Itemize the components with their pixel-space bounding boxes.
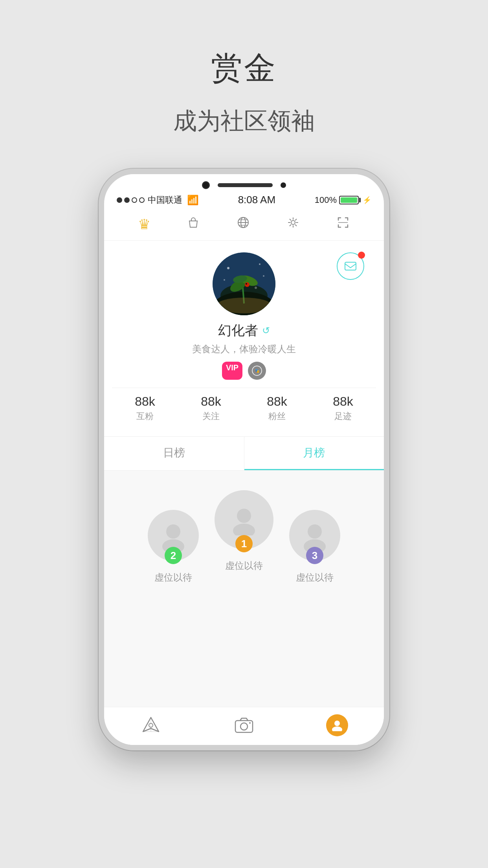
signal-dot-2 (124, 197, 130, 203)
nav-crown-icon[interactable]: ♛ (138, 216, 150, 233)
stat-fans-value: 88k (267, 394, 287, 409)
battery-fill (341, 197, 357, 203)
podium-name-3: 虚位以待 (296, 571, 334, 584)
profile-tab-icon-container (325, 714, 349, 737)
tab-monthly[interactable]: 月榜 (244, 437, 384, 470)
stat-following-label: 关注 (202, 410, 220, 422)
background-subtitle: 成为社区领袖 (173, 105, 315, 137)
phone-top (104, 174, 384, 191)
bottom-tab-explore[interactable] (104, 714, 197, 737)
stat-following-value: 88k (201, 394, 221, 409)
signal-dot-1 (117, 197, 122, 203)
podium-item-3: 3 虚位以待 (289, 510, 340, 584)
username-row: 幻化者 ↺ (218, 322, 270, 340)
status-bar: 中国联通 📶 8:08 AM 100% ⚡ (104, 191, 384, 208)
message-badge (358, 252, 365, 259)
wifi-icon: 📶 (187, 195, 199, 206)
avatar (213, 252, 275, 315)
nav-icons: ♛ (104, 208, 384, 241)
nav-bag-icon[interactable] (186, 215, 200, 233)
svg-point-21 (255, 287, 257, 289)
background-title: 赏金 (211, 47, 277, 90)
bottom-tab-camera[interactable] (197, 714, 290, 737)
svg-point-27 (237, 509, 251, 523)
stat-footprint-value: 88k (333, 394, 353, 409)
nav-scan-icon[interactable] (336, 215, 350, 233)
svg-point-22 (216, 298, 272, 313)
stat-mutual-label: 互粉 (136, 410, 154, 422)
bio: 美食达人，体验冷暖人生 (192, 343, 296, 355)
stat-mutual-value: 88k (135, 394, 155, 409)
svg-text:🎭: 🎭 (255, 368, 260, 373)
signal-dot-4 (139, 197, 145, 203)
phone-dot (281, 182, 286, 188)
podium-avatar-3: 3 (289, 510, 340, 561)
svg-point-20 (224, 279, 225, 281)
vip-badge: VIP (222, 362, 242, 380)
level-badge: 🎭 (248, 362, 266, 380)
podium-avatar-1: 1 (215, 490, 273, 549)
bottom-bar (104, 707, 384, 745)
svg-point-39 (332, 726, 342, 731)
bottom-tab-profile[interactable] (291, 714, 384, 737)
podium-name-2: 虚位以待 (154, 571, 192, 584)
profile-tab-icon (326, 714, 348, 736)
app-content: ♛ (104, 208, 384, 745)
camera-icon (232, 714, 256, 737)
svg-point-5 (291, 221, 295, 224)
svg-point-29 (308, 524, 322, 539)
message-button[interactable] (337, 252, 364, 280)
carrier-text: 中国联通 (148, 194, 182, 206)
signal-dot-3 (132, 197, 137, 203)
rank-badge-2: 2 (165, 547, 182, 564)
svg-point-19 (263, 275, 264, 277)
stat-fans-label: 粉丝 (268, 410, 286, 422)
leaderboard: 2 虚位以待 1 虚位以待 (104, 471, 384, 707)
podium: 2 虚位以待 1 虚位以待 (112, 490, 376, 584)
podium-name-1: 虚位以待 (225, 559, 263, 572)
svg-rect-7 (345, 262, 356, 270)
svg-point-17 (227, 267, 229, 269)
podium-item-1: 1 虚位以待 (215, 490, 273, 572)
svg-point-25 (166, 524, 180, 539)
battery-text: 100% (315, 195, 337, 205)
svg-point-38 (334, 721, 340, 726)
explore-icon (139, 714, 163, 737)
phone-shell: 中国联通 📶 8:08 AM 100% ⚡ ♛ (99, 169, 389, 750)
profile-section: 幻化者 ↺ 美食达人，体验冷暖人生 VIP 🎭 88k 互粉 (104, 241, 384, 436)
stat-following[interactable]: 88k 关注 (201, 394, 221, 422)
nav-globe-icon[interactable] (236, 215, 250, 233)
stat-footprint[interactable]: 88k 足迹 (333, 394, 353, 422)
tabs-row: 日榜 月榜 (104, 436, 384, 471)
username: 幻化者 (218, 322, 258, 340)
svg-point-36 (240, 723, 248, 730)
nav-gear-icon[interactable] (286, 215, 300, 233)
status-time: 8:08 AM (238, 194, 275, 206)
svg-point-28 (233, 524, 255, 535)
tab-daily[interactable]: 日榜 (104, 437, 244, 470)
rank-badge-3: 3 (306, 547, 323, 564)
battery-bar (339, 196, 359, 204)
podium-avatar-2: 2 (148, 510, 199, 561)
svg-point-16 (246, 283, 247, 285)
phone-camera-dot (202, 181, 210, 189)
svg-point-37 (249, 722, 251, 724)
phone-speaker (218, 183, 273, 187)
svg-point-18 (259, 263, 261, 265)
svg-point-15 (245, 282, 250, 287)
stat-mutual[interactable]: 88k 互粉 (135, 394, 155, 422)
edit-icon[interactable]: ↺ (262, 325, 270, 336)
podium-item-2: 2 虚位以待 (148, 510, 199, 584)
stats-row: 88k 互粉 88k 关注 88k 粉丝 88k 足迹 (112, 388, 376, 428)
battery-bolt-icon: ⚡ (363, 196, 371, 204)
stat-footprint-label: 足迹 (334, 410, 352, 422)
rank-badge-1: 1 (235, 535, 253, 552)
badges-row: VIP 🎭 (222, 362, 266, 380)
stat-fans[interactable]: 88k 粉丝 (267, 394, 287, 422)
